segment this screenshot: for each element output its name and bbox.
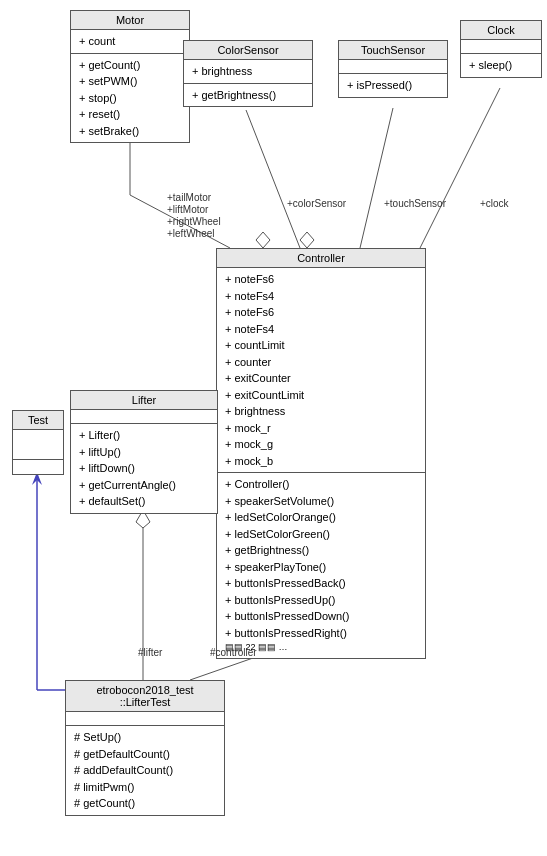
controller-fields: + noteFs6 + noteFs4 + noteFs6 + noteFs4 … bbox=[217, 268, 425, 473]
test-section2 bbox=[13, 460, 63, 474]
touch-sensor-label: +touchSensor bbox=[384, 198, 446, 209]
svg-line-3 bbox=[360, 108, 393, 248]
controller-rel-label: #controller bbox=[210, 647, 257, 658]
touch-sensor-title: TouchSensor bbox=[339, 41, 447, 60]
color-sensor-section1: + brightness bbox=[184, 60, 312, 84]
clock-section1 bbox=[461, 40, 541, 54]
test-box: Test bbox=[12, 410, 64, 475]
lifter-rel-label: #lifter bbox=[138, 647, 162, 658]
color-sensor-section2: + getBrightness() bbox=[184, 84, 312, 107]
test-title: Test bbox=[13, 411, 63, 430]
controller-title: Controller bbox=[217, 249, 425, 268]
motor-section2: + getCount() + setPWM() + stop() + reset… bbox=[71, 54, 189, 143]
color-sensor-box: ColorSensor + brightness + getBrightness… bbox=[183, 40, 313, 107]
lifter-section1 bbox=[71, 410, 217, 424]
clock-title: Clock bbox=[461, 21, 541, 40]
lifter-test-methods: # SetUp() # getDefaultCount() # addDefau… bbox=[66, 726, 224, 815]
clock-section2: + sleep() bbox=[461, 54, 541, 77]
tail-motor-label: +tailMotor bbox=[167, 192, 211, 203]
svg-line-4 bbox=[420, 88, 500, 248]
right-wheel-label: +rightWheel bbox=[167, 216, 221, 227]
svg-marker-13 bbox=[256, 232, 270, 248]
lifter-title: Lifter bbox=[71, 391, 217, 410]
color-sensor-title: ColorSensor bbox=[184, 41, 312, 60]
touch-sensor-section2: + isPressed() bbox=[339, 74, 447, 97]
svg-line-2 bbox=[246, 110, 300, 248]
svg-marker-14 bbox=[300, 232, 314, 248]
lifter-test-title: etrobocon2018_test ::LifterTest bbox=[66, 681, 224, 712]
color-sensor-label: +colorSensor bbox=[287, 198, 346, 209]
controller-methods: + Controller() + speakerSetVolume() + le… bbox=[217, 473, 425, 658]
lift-motor-label: +liftMotor bbox=[167, 204, 208, 215]
touch-sensor-box: TouchSensor + isPressed() bbox=[338, 40, 448, 98]
motor-section1: + count bbox=[71, 30, 189, 54]
lifter-box: Lifter + Lifter() + liftUp() + liftDown(… bbox=[70, 390, 218, 514]
lifter-test-section1 bbox=[66, 712, 224, 726]
controller-box: Controller + noteFs6 + noteFs4 + noteFs6… bbox=[216, 248, 426, 659]
motor-box: Motor + count + getCount() + setPWM() + … bbox=[70, 10, 190, 143]
motor-title: Motor bbox=[71, 11, 189, 30]
clock-box: Clock + sleep() bbox=[460, 20, 542, 78]
left-wheel-label: +leftWheel bbox=[167, 228, 215, 239]
clock-label: +clock bbox=[480, 198, 509, 209]
test-section1 bbox=[13, 430, 63, 460]
lifter-test-box: etrobocon2018_test ::LifterTest # SetUp(… bbox=[65, 680, 225, 816]
touch-sensor-section1 bbox=[339, 60, 447, 74]
lifter-methods: + Lifter() + liftUp() + liftDown() + get… bbox=[71, 424, 217, 513]
